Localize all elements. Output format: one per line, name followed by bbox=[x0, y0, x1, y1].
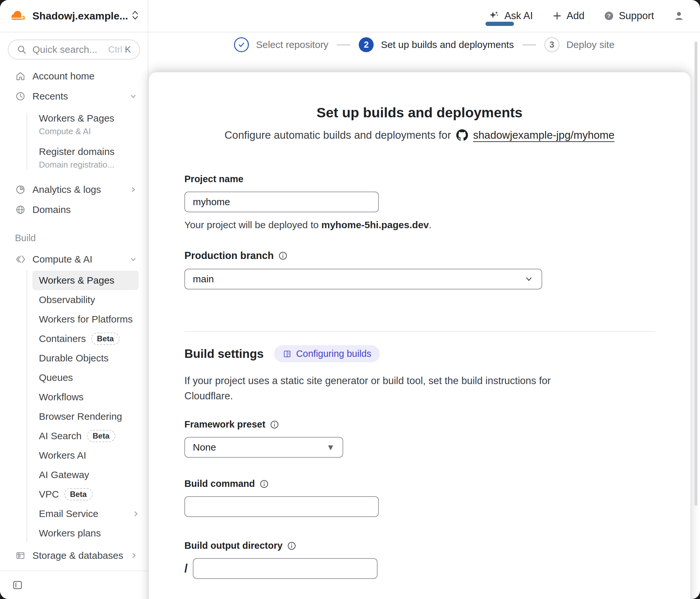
beta-badge: Beta bbox=[87, 430, 115, 442]
framework-preset-label: Framework preset bbox=[184, 419, 655, 430]
sidebar-item-workers-plans[interactable]: Workers plans bbox=[39, 523, 140, 543]
build-command-input[interactable] bbox=[184, 496, 379, 517]
sidebar-item-storage-databases[interactable]: Storage & databases bbox=[8, 546, 140, 566]
sidebar-item-observability[interactable]: Observability bbox=[39, 290, 140, 309]
sidebar-item-containers[interactable]: ContainersBeta bbox=[39, 329, 140, 348]
svg-text:?: ? bbox=[607, 13, 610, 19]
sidebar-item-browser-rendering[interactable]: Browser Rendering bbox=[39, 407, 140, 426]
project-name-input[interactable] bbox=[184, 192, 379, 212]
sidebar: Shadowj.example... CtrlK bbox=[0, 0, 148, 599]
sidebar-item-workers-ai[interactable]: Workers AI bbox=[39, 446, 140, 465]
info-icon[interactable] bbox=[259, 479, 269, 489]
sidebar-item-ai-search[interactable]: AI SearchBeta bbox=[39, 426, 140, 446]
sidebar-footer bbox=[0, 571, 148, 599]
beta-badge: Beta bbox=[91, 332, 120, 345]
sidebar-item-compute-ai[interactable]: Compute & AI bbox=[8, 249, 140, 269]
label-text: Framework preset bbox=[184, 419, 266, 430]
step-separator bbox=[337, 44, 350, 45]
sidebar-item-workers-for-platforms[interactable]: Workers for Platforms bbox=[39, 309, 140, 329]
deploy-helper-text: Your project will be deployed to myhome-… bbox=[184, 220, 655, 230]
recents-sublist: Workers & Pages Compute & AI Register do… bbox=[27, 113, 140, 170]
configuring-builds-badge[interactable]: Configuring builds bbox=[274, 345, 380, 363]
step-separator bbox=[522, 44, 536, 45]
sparkle-icon bbox=[489, 10, 500, 21]
selected-branch: main bbox=[193, 274, 214, 284]
account-switcher[interactable]: Shadowj.example... bbox=[0, 0, 148, 32]
top-bar: Ask AI Add ? Support bbox=[148, 0, 700, 32]
helper-domain: myhome-5hi.pages.dev bbox=[322, 220, 429, 230]
sidebar-item-analytics[interactable]: Analytics & logs bbox=[8, 180, 140, 200]
sub-item-label: AI Search bbox=[39, 430, 82, 442]
build-output-label: Build output directory bbox=[184, 540, 655, 551]
recent-subtitle: Domain registratio... bbox=[39, 160, 140, 170]
recent-title: Workers & Pages bbox=[39, 113, 140, 124]
main-area: Ask AI Add ? Support bbox=[148, 0, 700, 599]
sidebar-item-label: Storage & databases bbox=[32, 550, 123, 561]
step-select-repository[interactable]: Select repository bbox=[234, 37, 328, 52]
add-label: Add bbox=[567, 10, 584, 22]
sidebar-item-ai-gateway[interactable]: AI Gateway bbox=[39, 465, 140, 484]
page-subtitle: Configure automatic builds and deploymen… bbox=[184, 129, 655, 141]
sidebar-item-media[interactable]: Media bbox=[8, 566, 140, 571]
setup-stepper: Select repository 2 Set up builds and de… bbox=[148, 34, 700, 55]
quick-search[interactable]: CtrlK bbox=[8, 40, 140, 60]
sidebar-item-vpc[interactable]: VPCBeta bbox=[39, 484, 140, 504]
repository-link[interactable]: shadowjexample-jpg/myhome bbox=[473, 129, 615, 141]
top-progress-indicator bbox=[485, 22, 514, 26]
dropdown-triangle-icon: ▼ bbox=[326, 443, 335, 452]
ask-ai-button[interactable]: Ask AI bbox=[489, 10, 533, 22]
label-text: Project name bbox=[184, 174, 243, 184]
sidebar-item-recents[interactable]: Recents bbox=[8, 86, 140, 106]
build-output-input[interactable] bbox=[193, 558, 378, 579]
history-icon bbox=[15, 91, 26, 101]
section-divider bbox=[184, 331, 655, 331]
sub-item-label: VPC bbox=[39, 489, 59, 500]
recent-item-register-domains[interactable]: Register domains Domain registratio... bbox=[39, 146, 140, 170]
help-icon: ? bbox=[604, 11, 614, 21]
setup-card: Set up builds and deployments Configure … bbox=[149, 72, 690, 599]
github-icon bbox=[456, 129, 468, 141]
sub-item-label: Containers bbox=[39, 333, 86, 344]
label-text: Production branch bbox=[184, 250, 274, 261]
home-icon bbox=[15, 71, 26, 81]
scrollbar-thumb[interactable] bbox=[695, 42, 697, 506]
sidebar-item-queues[interactable]: Queues bbox=[39, 368, 140, 388]
recent-subtitle: Compute & AI bbox=[39, 126, 140, 136]
sidebar-item-label: Domains bbox=[32, 204, 140, 215]
sidebar-item-email-service[interactable]: Email Service bbox=[39, 504, 140, 523]
recent-item-workers-pages[interactable]: Workers & Pages Compute & AI bbox=[39, 113, 140, 136]
path-prefix: / bbox=[184, 562, 188, 575]
sidebar-group-build: Build bbox=[8, 233, 140, 244]
info-icon[interactable] bbox=[270, 420, 279, 429]
framework-preset-select[interactable]: None ▼ bbox=[184, 437, 343, 458]
page-title: Set up builds and deployments bbox=[184, 105, 655, 121]
info-icon[interactable] bbox=[278, 251, 288, 260]
info-icon[interactable] bbox=[287, 541, 296, 550]
badge-label: Configuring builds bbox=[296, 348, 371, 359]
build-settings-description: If your project uses a static site gener… bbox=[184, 373, 573, 403]
production-branch-select[interactable]: main bbox=[184, 269, 542, 290]
sidebar-item-account-home[interactable]: Account home bbox=[8, 66, 140, 86]
search-shortcut: CtrlK bbox=[108, 44, 131, 55]
build-output-row: / bbox=[184, 558, 655, 579]
storage-icon bbox=[15, 550, 26, 561]
sidebar-item-workflows[interactable]: Workflows bbox=[39, 388, 140, 407]
add-button[interactable]: Add bbox=[552, 10, 584, 22]
search-input[interactable] bbox=[32, 44, 103, 55]
step-label: Deploy site bbox=[567, 39, 615, 50]
sidebar-item-workers-pages[interactable]: Workers & Pages bbox=[32, 271, 139, 290]
sidebar-item-domains[interactable]: Domains bbox=[8, 200, 140, 220]
project-name-label: Project name bbox=[184, 174, 655, 184]
collapse-sidebar-icon[interactable] bbox=[8, 579, 23, 591]
sidebar-item-label: Analytics & logs bbox=[32, 184, 123, 195]
pie-chart-icon bbox=[15, 184, 26, 195]
user-menu-button[interactable] bbox=[673, 10, 684, 21]
sub-item-label: Workers plans bbox=[39, 528, 101, 539]
step-deploy-site[interactable]: 3 Deploy site bbox=[545, 37, 615, 52]
sidebar-item-label: Account home bbox=[32, 71, 140, 82]
sidebar-item-durable-objects[interactable]: Durable Objects bbox=[39, 348, 140, 368]
support-button[interactable]: ? Support bbox=[604, 10, 654, 22]
step-setup-builds[interactable]: 2 Set up builds and deployments bbox=[359, 37, 514, 52]
selected-preset: None bbox=[193, 442, 216, 453]
sub-item-label: Durable Objects bbox=[39, 353, 108, 364]
